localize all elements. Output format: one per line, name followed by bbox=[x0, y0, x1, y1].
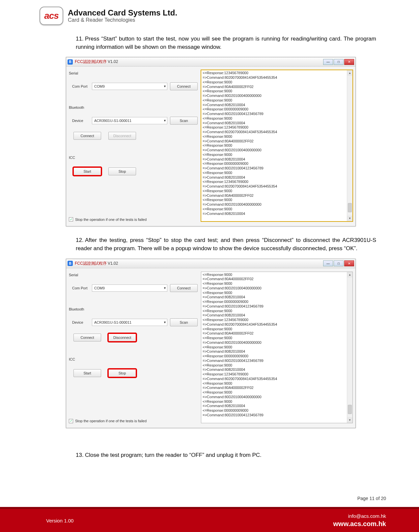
log-line: =>Command:80D201000400000000 bbox=[203, 340, 351, 345]
scroll-up-icon[interactable]: ▲ bbox=[347, 272, 352, 278]
log-line: <=Response:9000 bbox=[203, 336, 351, 340]
log-line: <=Response:9000 bbox=[203, 134, 351, 139]
log-line: =>Command:802007000841434F5354455354 bbox=[203, 322, 351, 327]
log-line: =>Command:80A4000002FF02 bbox=[203, 85, 351, 89]
log-line: <=Response:123456789000 bbox=[203, 180, 351, 184]
log-line: <=Response:9000 bbox=[203, 189, 351, 193]
log-output[interactable]: <=Response:9000=>Command:80A4000002FF02<… bbox=[201, 272, 353, 423]
maximize-button[interactable]: □ bbox=[334, 260, 344, 266]
log-line: <=Response:9000 bbox=[203, 345, 351, 350]
step-11: 11.Press “Start” button to start the tes… bbox=[76, 35, 376, 51]
scan-button[interactable]: Scan bbox=[170, 318, 198, 326]
doc-header: acs Advanced Card Systems Ltd. Card & Re… bbox=[40, 7, 386, 25]
log-line: <=Response:9000 bbox=[203, 171, 351, 175]
title-cn: FCC認證測試程序 bbox=[75, 261, 107, 266]
log-line: =>Command:80A4000002FF02 bbox=[203, 277, 351, 281]
log-line: <=Response:123456789000 bbox=[203, 318, 351, 322]
log-line: <=Response:9000 bbox=[203, 198, 351, 202]
stop-button[interactable]: Stop bbox=[108, 167, 136, 175]
minimize-button[interactable]: — bbox=[323, 260, 333, 266]
maximize-button[interactable]: □ bbox=[334, 59, 344, 65]
chevron-down-icon: ▼ bbox=[163, 85, 166, 88]
log-line: <=Response:9000 bbox=[203, 98, 351, 103]
device-combo[interactable]: ACR3901U-S1-000011▼ bbox=[92, 319, 167, 326]
log-line: =>Command:80B2010004 bbox=[203, 313, 351, 318]
scroll-down-icon[interactable]: ▼ bbox=[347, 216, 352, 221]
log-line: =>Command:802007000841434F5354455354 bbox=[203, 130, 351, 134]
version-label: Version 1.00 bbox=[46, 518, 73, 523]
icc-label: ICC bbox=[69, 357, 198, 361]
start-button[interactable]: Start bbox=[73, 369, 101, 377]
log-line: =>Command:80D201000400000000 bbox=[203, 202, 351, 207]
screenshot-1: B FCC認證測試程序 V1.02 — □ ✕ Serial Com Port … bbox=[66, 57, 376, 226]
log-line: <=Response:123456789000 bbox=[203, 372, 351, 377]
app-window: B FCC認證測試程序 V1.02 — □ ✕ Serial Com Port … bbox=[66, 259, 356, 428]
screenshot-2: B FCC認證測試程序 V1.02 — □ ✕ Serial Com Port … bbox=[66, 259, 376, 428]
minimize-button[interactable]: — bbox=[323, 59, 333, 65]
chevron-down-icon: ▼ bbox=[163, 321, 166, 324]
log-line: =>Command:80D2010004123456789 bbox=[203, 304, 351, 309]
log-line: =>Command:802007000841434F5354455354 bbox=[203, 75, 351, 80]
titlebar: B FCC認證測試程序 V1.02 — □ ✕ bbox=[66, 57, 355, 67]
title-cn: FCC認證測試程序 bbox=[75, 59, 107, 64]
company-subtitle: Card & Reader Technologies bbox=[68, 17, 177, 23]
log-output[interactable]: <=Response:123456789000=>Command:8020070… bbox=[201, 70, 353, 222]
step-text: After the testing, press “Stop” to stop … bbox=[76, 237, 376, 251]
scroll-up-icon[interactable]: ▲ bbox=[347, 70, 352, 76]
start-button[interactable]: Start bbox=[73, 167, 101, 175]
device-label: Device bbox=[69, 119, 89, 123]
company-logo: acs bbox=[40, 7, 63, 25]
footer-website: www.acs.com.hk bbox=[333, 519, 386, 528]
connect-serial-button[interactable]: Connect bbox=[170, 284, 198, 292]
log-line: =>Command:80A4000002FF02 bbox=[203, 386, 351, 390]
comport-combo[interactable]: COM9▼ bbox=[92, 83, 167, 90]
step-13: 13.Close the test program; turn the read… bbox=[76, 451, 376, 459]
scrollbar[interactable]: ▲ ▼ bbox=[347, 272, 352, 423]
disconnect-button[interactable]: Disconnect bbox=[108, 334, 136, 341]
log-line: <=Response:9000 bbox=[203, 207, 351, 212]
step-number: 13. bbox=[76, 451, 85, 459]
log-line: =>Command:802007000841434F5354455354 bbox=[203, 377, 351, 381]
scrollbar[interactable]: ▲ ▼ bbox=[347, 70, 352, 221]
log-line: <=Response:9000 bbox=[203, 89, 351, 94]
log-line: <=Response:9000 bbox=[203, 327, 351, 332]
comport-value: COM9 bbox=[94, 286, 105, 290]
stop-button[interactable]: Stop bbox=[108, 369, 136, 377]
log-line: <=Response:000000009000 bbox=[203, 162, 351, 166]
log-line: <=Response:9000 bbox=[203, 116, 351, 121]
title-ver: V1.02 bbox=[107, 261, 118, 266]
stop-on-fail-check[interactable]: ✓ Stop the operation if one of the tests… bbox=[69, 197, 198, 222]
comport-combo[interactable]: COM9▼ bbox=[92, 284, 167, 292]
connect-serial-button[interactable]: Connect bbox=[170, 82, 198, 90]
log-line: <=Response:000000009000 bbox=[203, 408, 351, 413]
scroll-down-icon[interactable]: ▼ bbox=[347, 417, 352, 423]
connect-bt-button[interactable]: Connect bbox=[73, 132, 101, 140]
comport-label: Com Port bbox=[69, 84, 89, 88]
log-line: =>Command:80D2010004123456789 bbox=[203, 359, 351, 363]
step-number: 12. bbox=[76, 236, 85, 245]
bluetooth-icon: B bbox=[68, 261, 73, 266]
log-line: <=Response:9000 bbox=[203, 273, 351, 277]
log-line: =>Command:80B2010004 bbox=[203, 368, 351, 372]
check-label: Stop the operation if one of the tests i… bbox=[75, 218, 147, 222]
close-button[interactable]: ✕ bbox=[344, 260, 354, 266]
log-line: =>Command:80A4000002FF02 bbox=[203, 139, 351, 144]
device-combo[interactable]: ACR3901U-S1-000011▼ bbox=[92, 117, 167, 124]
log-line: <=Response:9000 bbox=[203, 399, 351, 404]
disconnect-button[interactable]: Disconnect bbox=[108, 132, 136, 140]
device-label: Device bbox=[69, 320, 89, 324]
log-line: =>Command:80D201000400000000 bbox=[203, 148, 351, 153]
scan-button[interactable]: Scan bbox=[170, 117, 198, 125]
log-line: <=Response:000000009000 bbox=[203, 354, 351, 359]
log-line: =>Command:80B2010004 bbox=[203, 157, 351, 162]
step-text: Press “Start” button to start the test, … bbox=[76, 36, 376, 50]
close-button[interactable]: ✕ bbox=[344, 59, 354, 65]
page-footer: Version 1.00 info@acs.com.hk www.acs.com… bbox=[0, 509, 419, 532]
scroll-thumb[interactable] bbox=[348, 203, 352, 212]
log-line: =>Command:80A4000002FF02 bbox=[203, 193, 351, 198]
page-number: Page 11 of 20 bbox=[357, 496, 386, 501]
connect-bt-button[interactable]: Connect bbox=[73, 334, 101, 341]
scroll-thumb[interactable] bbox=[348, 405, 352, 414]
titlebar: B FCC認證測試程序 V1.02 — □ ✕ bbox=[66, 259, 355, 268]
stop-on-fail-check[interactable]: ✓ Stop the operation if one of the tests… bbox=[69, 399, 198, 423]
